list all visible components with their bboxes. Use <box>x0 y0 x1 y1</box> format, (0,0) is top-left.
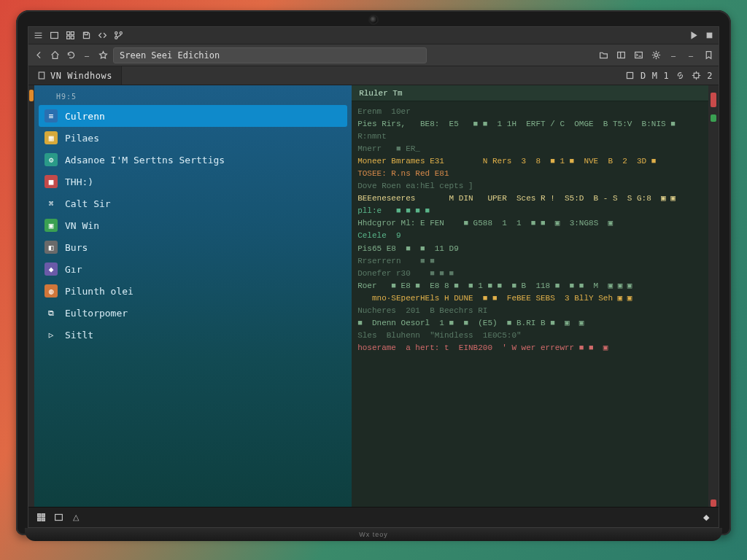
start-icon[interactable] <box>36 513 46 523</box>
gear-icon[interactable] <box>650 50 662 61</box>
diamond-icon[interactable]: ◆ <box>701 513 711 523</box>
app-icon[interactable] <box>53 513 63 523</box>
toolbar-right-cluster: – – <box>597 50 714 61</box>
marker-error-2[interactable] <box>711 499 716 507</box>
bookmark-icon[interactable] <box>703 50 714 61</box>
code-line: Donefer r30 ■ ■ ■ <box>357 268 703 280</box>
grid-icon[interactable] <box>65 31 75 41</box>
sidebar-item-10[interactable]: ▷Sitlt <box>39 324 347 346</box>
chip-icon[interactable] <box>691 71 701 81</box>
laptop-base: Wx teoy <box>25 528 722 541</box>
tab-windows[interactable]: VN Windhows <box>28 66 122 85</box>
laptop-bezel: – Sreen Seei Edichion – – VN Windhows <box>16 10 731 535</box>
sidebar-item-6[interactable]: ◧Burs <box>39 236 347 258</box>
menu-icon[interactable] <box>33 31 43 41</box>
sidebar-item-1[interactable]: ▦Pilaes <box>39 127 347 149</box>
svg-rect-9 <box>707 33 712 38</box>
laptop-brand: Wx teoy <box>359 531 388 538</box>
play-icon[interactable] <box>688 31 698 41</box>
sidebar-item-label: Burs <box>65 242 88 253</box>
stop-icon[interactable] <box>704 31 714 41</box>
svg-rect-20 <box>55 514 62 520</box>
link-icon[interactable] <box>675 71 685 81</box>
code-line: pll:e ■ ■ ■ ■ <box>357 205 703 217</box>
svg-rect-3 <box>66 36 69 39</box>
tab-meta-3: 1 <box>664 71 670 81</box>
sidebar-item-9[interactable]: ⧉Eultorpomer <box>39 302 347 324</box>
terminal-icon[interactable] <box>632 50 644 61</box>
code-line: Moneer Bmrames E31 N Rers 3 8 ■ 1 ■ NVE … <box>357 155 703 168</box>
refresh-icon[interactable] <box>65 50 77 61</box>
branch-icon[interactable] <box>113 31 123 41</box>
star-icon[interactable] <box>97 50 109 61</box>
svg-rect-19 <box>42 518 44 521</box>
sidebar-item-label: Pilaes <box>65 133 99 144</box>
sidebar-item-label: VN Win <box>65 220 99 231</box>
sidebar-item-label: THH:) <box>65 176 93 187</box>
address-input[interactable]: Sreen Seei Edichion <box>113 47 427 63</box>
marker-ok[interactable] <box>711 114 716 122</box>
marker-error[interactable] <box>711 93 716 107</box>
code-line: R:nmnt <box>357 131 703 143</box>
tab-bar: VN Windhows D M 1 2 <box>28 66 719 85</box>
dash2-icon[interactable]: – <box>667 50 679 61</box>
sidebar-item-7[interactable]: ◆Gır <box>39 258 347 280</box>
svg-rect-17 <box>42 514 44 517</box>
code-line: BEEeneseeres M DIN UPER Sces R ! S5:D B … <box>357 192 703 205</box>
code-line: ■ Dnenn Oesorl 1 ■ ■ (E5) ■ B.RI B ■ ▣ ▣ <box>357 317 703 330</box>
save-icon[interactable] <box>81 31 91 41</box>
code-line: Hhdcgror Ml: E FEN ■ G588 1 1 ■ ■ ▣ 3:NG… <box>357 217 703 230</box>
editor-tab[interactable]: Rluler Tm <box>352 85 708 101</box>
sidebar-item-icon: ▣ <box>44 219 58 232</box>
code-line: Nucheres 201 B Beechrs RI <box>357 305 703 317</box>
sidebar-item-icon: ◍ <box>44 284 58 298</box>
svg-rect-15 <box>694 73 699 78</box>
webcam-dot <box>370 16 377 23</box>
svg-rect-13 <box>39 72 44 79</box>
back-icon[interactable] <box>33 50 44 61</box>
sidebar-item-icon: ≡ <box>44 109 58 122</box>
sidebar-item-icon: ▦ <box>44 131 58 144</box>
svg-point-6 <box>115 32 117 34</box>
code-line: Sles Bluhenn "Mindless 1E0C5:0" <box>357 330 703 342</box>
sidebar-item-3[interactable]: ■THH:) <box>39 171 347 192</box>
sidebar-item-5[interactable]: ▣VN Win <box>39 214 347 236</box>
code-line: hoserame a hert: t EINB200 ' W wer errew… <box>357 342 703 354</box>
sidebar-item-icon: ◧ <box>44 241 58 254</box>
sidebar-item-icon: ▷ <box>44 328 58 341</box>
dash-icon[interactable]: – <box>81 50 93 61</box>
tab-meta-4: 2 <box>707 71 713 81</box>
window-icon[interactable] <box>49 31 59 41</box>
sidebar-item-icon: ⌘ <box>44 197 58 210</box>
sidebar-item-label: Adsanoe I'M Serttns Serttigs <box>65 155 225 166</box>
sidebar-item-label: Pilunth olei <box>65 286 133 297</box>
app2-icon[interactable]: △ <box>71 513 81 523</box>
sidebar-item-8[interactable]: ◍Pilunth olei <box>39 280 347 302</box>
svg-rect-11 <box>635 52 642 58</box>
sidebar-item-2[interactable]: ⚙Adsanoe I'M Serttns Serttigs <box>39 149 347 171</box>
square-icon[interactable] <box>624 71 635 81</box>
top-icon-strip <box>28 27 719 44</box>
svg-rect-1 <box>66 32 69 35</box>
sidebar-item-0[interactable]: ≡Culrenn <box>39 105 347 127</box>
layout-icon[interactable] <box>615 50 627 61</box>
svg-point-12 <box>654 53 657 56</box>
dash3-icon[interactable]: – <box>685 50 697 61</box>
tab-meta-1: D <box>640 71 646 81</box>
sidebar-item-label: Sitlt <box>65 330 93 341</box>
sidebar-item-label: Eultorpomer <box>65 308 128 319</box>
editor-pane: Rluler Tm Erenm 10erPies Rirs, BE8: E5 ■… <box>352 85 708 507</box>
svg-point-8 <box>120 32 122 34</box>
code-icon[interactable] <box>97 31 107 41</box>
home-icon[interactable] <box>49 50 61 61</box>
sidebar-item-label: Gır <box>65 264 82 275</box>
folder-icon[interactable] <box>597 50 609 61</box>
tab-label: VN Windhows <box>50 71 112 81</box>
right-strip <box>708 85 719 507</box>
sidebar-item-icon: ■ <box>44 175 58 188</box>
code-line: Dove Roen ea:hEl cepts ] <box>357 180 703 192</box>
editor-body[interactable]: Erenm 10erPies Rirs, BE8: E5 ■ ■ 1 1H ER… <box>352 101 708 507</box>
sidebar-header: H9:5 <box>39 91 347 105</box>
sidebar-item-4[interactable]: ⌘Calt Sir <box>39 192 347 214</box>
svg-rect-5 <box>85 32 88 34</box>
